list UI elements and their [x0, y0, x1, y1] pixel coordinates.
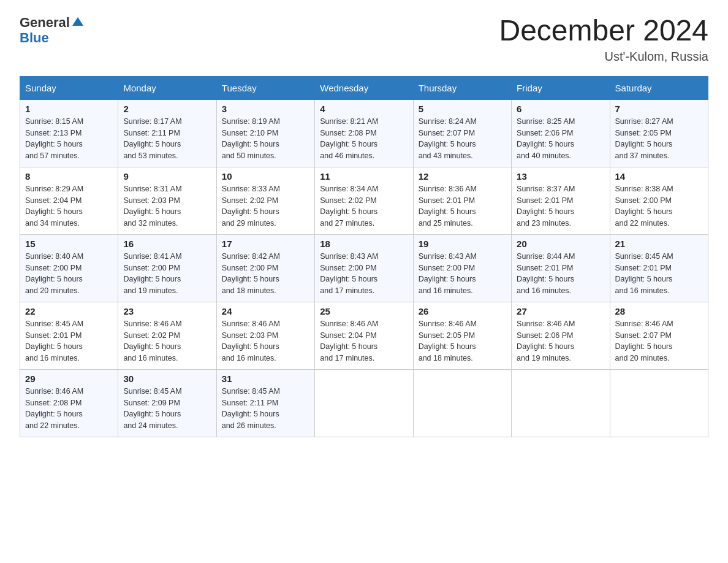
table-row: 12 Sunrise: 8:36 AMSunset: 2:01 PMDaylig…	[413, 167, 511, 234]
table-row: 6 Sunrise: 8:25 AMSunset: 2:06 PMDayligh…	[512, 99, 610, 167]
day-info: Sunrise: 8:45 AMSunset: 2:01 PMDaylight:…	[25, 318, 113, 364]
day-info: Sunrise: 8:29 AMSunset: 2:04 PMDaylight:…	[25, 183, 113, 229]
day-number: 1	[25, 104, 113, 114]
table-row	[413, 369, 511, 437]
logo-general-text: General	[20, 15, 70, 30]
table-row	[315, 369, 413, 437]
day-info: Sunrise: 8:21 AMSunset: 2:08 PMDaylight:…	[320, 116, 408, 162]
svg-marker-0	[72, 17, 83, 26]
table-row: 25 Sunrise: 8:46 AMSunset: 2:04 PMDaylig…	[315, 302, 413, 369]
logo-triangle-icon	[71, 15, 85, 28]
day-number: 6	[517, 104, 604, 114]
day-number: 12	[419, 171, 506, 182]
calendar-week-row: 29 Sunrise: 8:46 AMSunset: 2:08 PMDaylig…	[20, 369, 708, 437]
day-info: Sunrise: 8:25 AMSunset: 2:06 PMDaylight:…	[517, 116, 604, 162]
calendar-week-row: 15 Sunrise: 8:40 AMSunset: 2:00 PMDaylig…	[20, 234, 708, 302]
table-row: 31 Sunrise: 8:45 AMSunset: 2:11 PMDaylig…	[216, 369, 314, 437]
day-info: Sunrise: 8:27 AMSunset: 2:05 PMDaylight:…	[615, 116, 703, 162]
day-number: 27	[517, 306, 604, 316]
calendar-week-row: 1 Sunrise: 8:15 AMSunset: 2:13 PMDayligh…	[20, 99, 708, 167]
day-number: 15	[25, 239, 113, 249]
day-info: Sunrise: 8:46 AMSunset: 2:06 PMDaylight:…	[517, 318, 604, 364]
table-row: 3 Sunrise: 8:19 AMSunset: 2:10 PMDayligh…	[216, 99, 314, 167]
day-number: 13	[517, 171, 604, 182]
day-info: Sunrise: 8:34 AMSunset: 2:02 PMDaylight:…	[320, 183, 408, 229]
table-row: 7 Sunrise: 8:27 AMSunset: 2:05 PMDayligh…	[610, 99, 708, 167]
table-row: 20 Sunrise: 8:44 AMSunset: 2:01 PMDaylig…	[512, 234, 610, 302]
col-saturday: Saturday	[610, 76, 708, 99]
day-info: Sunrise: 8:46 AMSunset: 2:07 PMDaylight:…	[615, 318, 703, 364]
day-number: 18	[320, 239, 408, 249]
col-sunday: Sunday	[20, 76, 118, 99]
day-info: Sunrise: 8:46 AMSunset: 2:03 PMDaylight:…	[222, 318, 309, 364]
table-row: 24 Sunrise: 8:46 AMSunset: 2:03 PMDaylig…	[216, 302, 314, 369]
day-number: 20	[517, 239, 604, 249]
day-number: 25	[320, 306, 408, 316]
table-row: 22 Sunrise: 8:45 AMSunset: 2:01 PMDaylig…	[20, 302, 118, 369]
table-row: 2 Sunrise: 8:17 AMSunset: 2:11 PMDayligh…	[118, 99, 216, 167]
day-info: Sunrise: 8:15 AMSunset: 2:13 PMDaylight:…	[25, 116, 113, 162]
calendar-table: Sunday Monday Tuesday Wednesday Thursday…	[20, 76, 708, 437]
day-number: 4	[320, 104, 408, 114]
col-thursday: Thursday	[413, 76, 511, 99]
table-row	[512, 369, 610, 437]
table-row: 18 Sunrise: 8:43 AMSunset: 2:00 PMDaylig…	[315, 234, 413, 302]
day-number: 7	[615, 104, 703, 114]
day-number: 30	[123, 373, 211, 384]
day-info: Sunrise: 8:40 AMSunset: 2:00 PMDaylight:…	[25, 251, 113, 297]
day-info: Sunrise: 8:43 AMSunset: 2:00 PMDaylight:…	[320, 251, 408, 297]
logo: General Blue	[20, 15, 85, 45]
day-number: 11	[320, 171, 408, 182]
day-info: Sunrise: 8:19 AMSunset: 2:10 PMDaylight:…	[222, 116, 309, 162]
table-row: 8 Sunrise: 8:29 AMSunset: 2:04 PMDayligh…	[20, 167, 118, 234]
col-wednesday: Wednesday	[315, 76, 413, 99]
day-number: 29	[25, 373, 113, 384]
day-number: 28	[615, 306, 703, 316]
table-row: 29 Sunrise: 8:46 AMSunset: 2:08 PMDaylig…	[20, 369, 118, 437]
day-number: 21	[615, 239, 703, 249]
day-info: Sunrise: 8:24 AMSunset: 2:07 PMDaylight:…	[419, 116, 506, 162]
day-number: 9	[123, 171, 211, 182]
day-info: Sunrise: 8:46 AMSunset: 2:04 PMDaylight:…	[320, 318, 408, 364]
day-info: Sunrise: 8:36 AMSunset: 2:01 PMDaylight:…	[419, 183, 506, 229]
calendar-header-row: Sunday Monday Tuesday Wednesday Thursday…	[20, 76, 708, 99]
calendar-week-row: 8 Sunrise: 8:29 AMSunset: 2:04 PMDayligh…	[20, 167, 708, 234]
table-row: 26 Sunrise: 8:46 AMSunset: 2:05 PMDaylig…	[413, 302, 511, 369]
table-row: 13 Sunrise: 8:37 AMSunset: 2:01 PMDaylig…	[512, 167, 610, 234]
day-number: 17	[222, 239, 309, 249]
page-location: Ust'-Kulom, Russia	[499, 50, 708, 64]
page-header: General Blue December 2024 Ust'-Kulom, R…	[20, 15, 708, 64]
day-info: Sunrise: 8:41 AMSunset: 2:00 PMDaylight:…	[123, 251, 211, 297]
table-row: 4 Sunrise: 8:21 AMSunset: 2:08 PMDayligh…	[315, 99, 413, 167]
table-row: 11 Sunrise: 8:34 AMSunset: 2:02 PMDaylig…	[315, 167, 413, 234]
day-number: 8	[25, 171, 113, 182]
day-info: Sunrise: 8:45 AMSunset: 2:09 PMDaylight:…	[123, 386, 211, 432]
day-number: 10	[222, 171, 309, 182]
table-row: 14 Sunrise: 8:38 AMSunset: 2:00 PMDaylig…	[610, 167, 708, 234]
day-info: Sunrise: 8:38 AMSunset: 2:00 PMDaylight:…	[615, 183, 703, 229]
table-row: 10 Sunrise: 8:33 AMSunset: 2:02 PMDaylig…	[216, 167, 314, 234]
table-row: 19 Sunrise: 8:43 AMSunset: 2:00 PMDaylig…	[413, 234, 511, 302]
day-number: 26	[419, 306, 506, 316]
day-info: Sunrise: 8:37 AMSunset: 2:01 PMDaylight:…	[517, 183, 604, 229]
title-block: December 2024 Ust'-Kulom, Russia	[499, 15, 708, 64]
page-title: December 2024	[499, 15, 708, 47]
day-info: Sunrise: 8:45 AMSunset: 2:01 PMDaylight:…	[615, 251, 703, 297]
day-info: Sunrise: 8:46 AMSunset: 2:08 PMDaylight:…	[25, 386, 113, 432]
table-row: 28 Sunrise: 8:46 AMSunset: 2:07 PMDaylig…	[610, 302, 708, 369]
table-row: 15 Sunrise: 8:40 AMSunset: 2:00 PMDaylig…	[20, 234, 118, 302]
day-number: 5	[419, 104, 506, 114]
table-row: 21 Sunrise: 8:45 AMSunset: 2:01 PMDaylig…	[610, 234, 708, 302]
logo-blue-text: Blue	[20, 30, 49, 45]
day-info: Sunrise: 8:31 AMSunset: 2:03 PMDaylight:…	[123, 183, 211, 229]
col-monday: Monday	[118, 76, 216, 99]
table-row: 27 Sunrise: 8:46 AMSunset: 2:06 PMDaylig…	[512, 302, 610, 369]
day-info: Sunrise: 8:46 AMSunset: 2:05 PMDaylight:…	[419, 318, 506, 364]
table-row	[610, 369, 708, 437]
day-info: Sunrise: 8:44 AMSunset: 2:01 PMDaylight:…	[517, 251, 604, 297]
day-info: Sunrise: 8:42 AMSunset: 2:00 PMDaylight:…	[222, 251, 309, 297]
calendar-week-row: 22 Sunrise: 8:45 AMSunset: 2:01 PMDaylig…	[20, 302, 708, 369]
day-info: Sunrise: 8:45 AMSunset: 2:11 PMDaylight:…	[222, 386, 309, 432]
day-number: 14	[615, 171, 703, 182]
day-info: Sunrise: 8:43 AMSunset: 2:00 PMDaylight:…	[419, 251, 506, 297]
